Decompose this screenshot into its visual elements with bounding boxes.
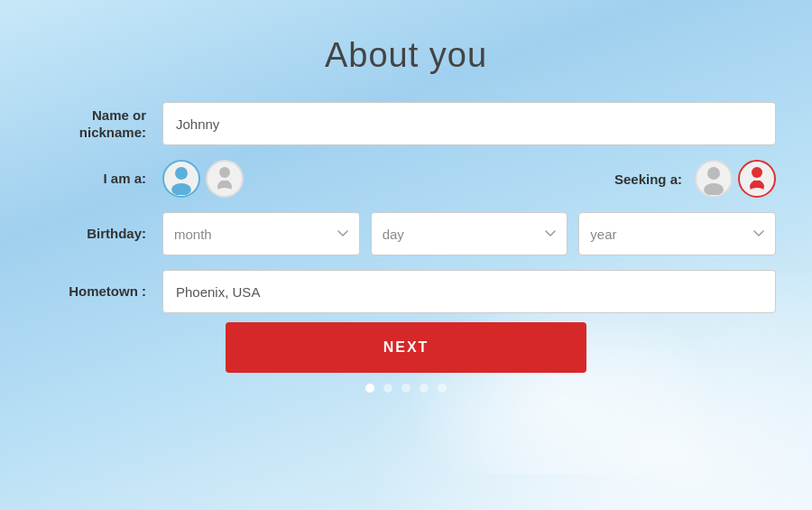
svg-point-3 [707,167,720,180]
year-select[interactable]: year 2005200019951990 1985198019751970 1… [578,212,776,255]
birthday-label: Birthday: [36,225,162,243]
i-am-male-button[interactable] [162,160,200,198]
birthday-row: Birthday: month JanuaryFebruaryMarch Apr… [36,212,776,255]
gender-row: I am a: Seeking a: [36,160,776,198]
pagination-dots [365,384,447,393]
hometown-label: Hometown : [36,283,162,301]
name-row: Name or nickname: [36,102,776,145]
dot-2 [383,384,392,393]
svg-point-5 [752,167,762,178]
name-input[interactable] [162,102,776,145]
i-am-female-button[interactable] [206,160,244,198]
svg-point-4 [704,183,724,195]
svg-point-2 [219,167,230,178]
form-container: Name or nickname: I am a: [36,102,776,313]
day-select[interactable]: day 12345 678910 1112131415 1617181920 2… [371,212,568,255]
seeking-section: Seeking a: [614,160,776,198]
dot-4 [420,384,429,393]
dot-1 [365,384,374,393]
i-am-section [162,160,244,198]
svg-point-0 [175,167,188,180]
next-button[interactable]: NEXT [226,322,586,373]
name-label: Name or nickname: [36,107,162,142]
birthday-selects: month JanuaryFebruaryMarch AprilMayJune … [162,212,776,255]
hometown-input[interactable] [162,270,776,313]
seeking-female-button[interactable] [738,160,776,198]
i-am-label: I am a: [36,170,162,188]
month-select[interactable]: month JanuaryFebruaryMarch AprilMayJune … [162,212,360,255]
dot-3 [401,384,411,393]
svg-point-1 [171,183,191,195]
seeking-male-button[interactable] [695,160,733,198]
seeking-label: Seeking a: [614,172,682,187]
form-bottom: NEXT [226,313,586,393]
page-title: About you [325,36,487,75]
dot-5 [438,384,447,393]
hometown-row: Hometown : [36,270,776,313]
